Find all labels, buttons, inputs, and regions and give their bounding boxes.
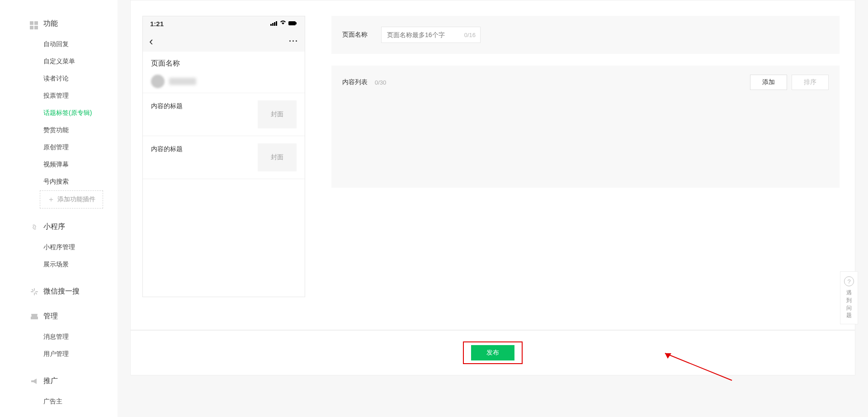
phone-statusbar: 1:21 <box>143 16 305 31</box>
plus-icon: ＋ <box>47 195 55 204</box>
publish-highlight-box: 发布 <box>463 341 523 364</box>
svg-line-5 <box>36 293 37 294</box>
back-icon[interactable]: ‹ <box>149 34 153 48</box>
nav-section-features: 功能 <box>0 15 118 33</box>
nav-item-video-barrage[interactable]: 视频弹幕 <box>0 156 118 173</box>
avatar <box>151 75 165 88</box>
nav-item-reward[interactable]: 赞赏功能 <box>0 122 118 139</box>
content-list-row: 内容列表 0/30 添加 排序 <box>331 66 840 188</box>
svg-rect-8 <box>274 22 275 26</box>
svg-rect-6 <box>270 24 272 26</box>
content-list-actions: 添加 排序 <box>745 75 829 90</box>
nav-items-admin: 消息管理 用户管理 <box>0 326 118 373</box>
svg-rect-7 <box>272 23 274 26</box>
preview-account-row <box>151 75 297 88</box>
inbox-icon <box>30 313 39 321</box>
question-icon: ? <box>844 276 854 286</box>
sparkle-icon <box>30 287 39 296</box>
phone-status-icons <box>270 20 297 27</box>
nav-items-features: 自动回复 自定义菜单 读者讨论 投票管理 话题标签(原专辑) 赞赏功能 原创管理… <box>0 33 118 218</box>
phone-preview: 1:21 ‹ <box>142 16 305 297</box>
preview-cover-placeholder: 封面 <box>258 100 297 128</box>
editor-card: 1:21 ‹ <box>130 0 855 330</box>
nav-item-mp-scene[interactable]: 展示场景 <box>0 256 118 273</box>
svg-marker-13 <box>665 353 671 359</box>
preview-content-item: 内容的标题 封面 <box>143 136 305 179</box>
nav-section-promo: 推广 <box>0 373 118 390</box>
preview-page-name-label: 页面名称 <box>151 59 297 68</box>
form-column: 页面名称 0/16 内容列表 0/30 添加 排序 <box>316 0 855 330</box>
nav-item-vote-manage[interactable]: 投票管理 <box>0 87 118 104</box>
horn-icon <box>30 377 39 385</box>
account-name-blurred <box>169 78 196 85</box>
annotation-arrow <box>660 349 736 385</box>
nav-item-topic-tag[interactable]: 话题标签(原专辑) <box>0 104 118 122</box>
nav-item-message-manage[interactable]: 消息管理 <box>0 328 118 346</box>
svg-rect-10 <box>288 21 296 25</box>
page-name-counter: 0/16 <box>464 32 476 38</box>
phone-time: 1:21 <box>150 20 164 28</box>
link-icon <box>30 223 39 232</box>
nav-item-in-account-search[interactable]: 号内搜索 <box>0 173 118 190</box>
content-list-counter: 0/30 <box>375 79 386 86</box>
nav-item-auto-reply[interactable]: 自动回复 <box>0 36 118 53</box>
nav-items-miniprogram: 小程序管理 展示场景 <box>0 236 118 283</box>
nav-item-reader-discussion[interactable]: 读者讨论 <box>0 70 118 87</box>
nav-item-original[interactable]: 原创管理 <box>0 139 118 156</box>
publish-button[interactable]: 发布 <box>471 345 514 360</box>
preview-page-name-block: 页面名称 <box>143 52 305 93</box>
footer-bar: 发布 <box>130 330 855 375</box>
page-name-input[interactable] <box>387 31 458 38</box>
phone-body: 页面名称 内容的标题 封面 内容的标题 封面 <box>143 52 305 297</box>
sidebar: 功能 自动回复 自定义菜单 读者讨论 投票管理 话题标签(原专辑) 赞赏功能 原… <box>0 0 118 417</box>
preview-content-title: 内容的标题 <box>151 143 183 153</box>
svg-rect-9 <box>276 21 277 26</box>
nav-section-miniprogram: 小程序 <box>0 218 118 236</box>
help-text-content: 遇到问题 <box>843 289 855 319</box>
page-name-input-wrap: 0/16 <box>381 27 481 43</box>
preview-content-title: 内容的标题 <box>151 100 183 110</box>
nav-section-wxsearch[interactable]: 微信搜一搜 <box>0 283 118 301</box>
nav-item-advertiser[interactable]: 广告主 <box>0 393 118 410</box>
phone-navbar: ‹ ··· <box>143 31 305 52</box>
add-plugin-label: 添加功能插件 <box>57 195 95 204</box>
main-content: 1:21 ‹ <box>118 0 868 417</box>
nav-item-custom-menu[interactable]: 自定义菜单 <box>0 53 118 70</box>
nav-item-mp-manage[interactable]: 小程序管理 <box>0 239 118 256</box>
preview-cover-placeholder: 封面 <box>258 143 297 171</box>
help-float-button[interactable]: ? 遇到问题 <box>840 271 858 324</box>
help-text: 遇到问题 <box>843 289 855 319</box>
page-name-label: 页面名称 <box>342 31 381 39</box>
more-icon[interactable]: ··· <box>289 37 298 46</box>
svg-line-4 <box>32 289 33 291</box>
nav-items-promo: 广告主 <box>0 390 118 417</box>
add-plugin-button[interactable]: ＋ 添加功能插件 <box>40 190 103 208</box>
phone-preview-column: 1:21 ‹ <box>131 0 316 330</box>
grid-icon <box>30 19 38 29</box>
nav-section-admin: 管理 <box>0 308 118 326</box>
sort-content-button[interactable]: 排序 <box>792 75 829 90</box>
page-name-row: 页面名称 0/16 <box>331 16 840 54</box>
content-list-head: 内容列表 0/30 添加 排序 <box>342 75 829 90</box>
svg-line-12 <box>665 353 732 380</box>
nav-item-user-manage[interactable]: 用户管理 <box>0 346 118 363</box>
preview-content-item: 内容的标题 封面 <box>143 93 305 136</box>
content-list-label: 内容列表 <box>342 78 368 86</box>
add-content-button[interactable]: 添加 <box>750 75 787 90</box>
svg-rect-11 <box>296 22 297 24</box>
